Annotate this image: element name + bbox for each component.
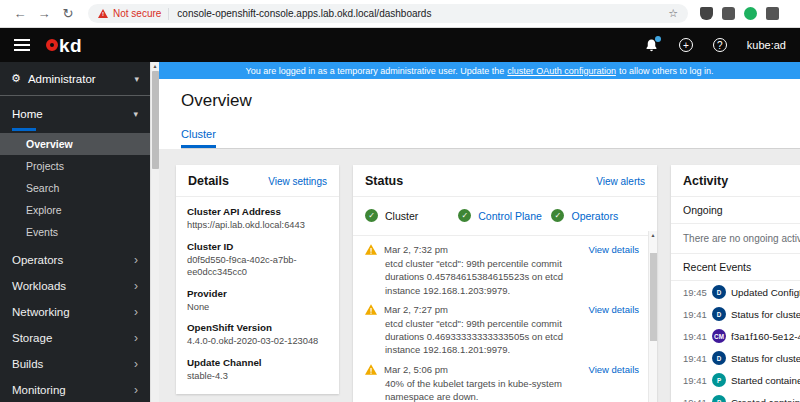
extension-icon-2[interactable] (766, 7, 779, 20)
okd-logo-o-icon (46, 39, 58, 51)
chevron-right-icon: › (134, 357, 138, 371)
extension-icons (700, 7, 779, 20)
detail-value: None (187, 301, 328, 314)
user-menu[interactable]: kube:ad (747, 39, 786, 51)
event-time: 19:41 (683, 397, 707, 402)
detail-term: Cluster API Address (187, 206, 328, 217)
section-label: Monitoring (12, 384, 66, 396)
sidebar-item-operators[interactable]: Operators› (0, 247, 150, 273)
health-item-control-plane[interactable]: ✓ Control Plane (458, 209, 551, 222)
cluster-oauth-configuration-link[interactable]: cluster OAuth configuration (507, 66, 616, 76)
success-check-icon: ✓ (551, 209, 564, 222)
health-label: Operators (571, 210, 618, 222)
event-time: 19:41 (683, 353, 707, 364)
browser-refresh-button[interactable]: ↻ (56, 6, 80, 21)
browser-forward-button[interactable]: → (32, 6, 56, 21)
browser-back-button[interactable]: ← (8, 6, 32, 21)
masthead: kd + ? kube:ad (0, 28, 800, 62)
event-row[interactable]: 19:41 D Status for cluster... › (671, 303, 800, 325)
alert-item: Mar 2, 5:06 pm View details 40% of the k… (353, 358, 657, 402)
resource-badge-configmap: CM (712, 329, 726, 343)
view-settings-link[interactable]: View settings (268, 176, 327, 187)
sidebar-item-networking[interactable]: Networking› (0, 299, 150, 325)
notifications-bell-icon[interactable] (644, 38, 659, 53)
warning-triangle-icon (365, 244, 377, 255)
detail-term: Cluster ID (187, 241, 328, 252)
alerts-scrollbar[interactable]: ▲ ▼ (648, 231, 657, 402)
section-label: Builds (12, 358, 43, 370)
perspective-label: Administrator (28, 73, 96, 85)
success-check-icon: ✓ (365, 209, 378, 222)
notification-dot (655, 36, 661, 42)
sidebar-item-search[interactable]: Search (0, 177, 150, 199)
event-time: 19:41 (683, 331, 707, 342)
sidebar-item-explore[interactable]: Explore (0, 199, 150, 221)
health-item-cluster[interactable]: ✓ Cluster (365, 209, 458, 222)
okd-logo[interactable]: kd (46, 36, 82, 55)
alert-message: 40% of the kubelet targets in kube-syste… (385, 377, 599, 402)
event-text: Updated ConfigM... (731, 287, 800, 298)
extension-green-icon[interactable] (744, 7, 757, 20)
alerts-list: Mar 2, 7:32 pm View details etcd cluster… (353, 236, 657, 402)
event-row[interactable]: 19:41 P Created container... › (671, 391, 800, 402)
section-label: Operators (12, 254, 63, 266)
active-section-indicator (12, 128, 36, 131)
scroll-up-arrow[interactable]: ▲ (649, 231, 657, 240)
health-label: Cluster (385, 210, 418, 222)
sidebar-item-home[interactable]: Home ▾ (0, 100, 150, 128)
not-secure-warning-icon: ! (98, 9, 108, 18)
chevron-down-icon: ▾ (134, 74, 139, 84)
perspective-switcher[interactable]: ⚙ Administrator ▾ (0, 62, 150, 96)
status-card: Status View alerts ✓ Cluster ✓ Control P… (353, 165, 657, 402)
help-button[interactable]: ? (713, 38, 727, 52)
sidebar-item-monitoring[interactable]: Monitoring› (0, 377, 150, 402)
view-details-link[interactable]: View details (588, 364, 639, 375)
scrollbar-thumb[interactable] (650, 253, 657, 341)
chevron-right-icon: › (134, 279, 138, 293)
event-text: Started container ... (731, 375, 800, 386)
scroll-up-arrow[interactable]: ▲ (151, 62, 159, 71)
menu-toggle-button[interactable] (14, 36, 30, 54)
sidebar-item-workloads[interactable]: Workloads› (0, 273, 150, 299)
activity-card-title: Activity (683, 174, 728, 188)
not-secure-label: Not secure (113, 8, 161, 19)
add-button[interactable]: + (679, 38, 693, 52)
details-card-title: Details (188, 174, 229, 188)
event-row[interactable]: 19:41 D Status for cluster... › (671, 347, 800, 369)
detail-value: stable-4.3 (187, 370, 328, 383)
section-label: Networking (12, 306, 70, 318)
address-bar[interactable]: ! Not secure console-openshift-console.a… (88, 4, 688, 23)
detail-value: https://api.lab.okd.local:6443 (187, 219, 328, 232)
tab-cluster[interactable]: Cluster (181, 128, 216, 148)
view-alerts-link[interactable]: View alerts (596, 176, 645, 187)
warning-triangle-icon (365, 364, 377, 375)
sidebar-item-projects[interactable]: Projects (0, 155, 150, 177)
scrollbar-thumb[interactable] (152, 71, 159, 169)
sidebar-item-events[interactable]: Events (0, 221, 150, 243)
event-text: Created container... (731, 397, 800, 402)
sidebar-home-label: Home (12, 108, 43, 120)
resource-badge-pod: P (712, 395, 726, 402)
view-details-link[interactable]: View details (588, 304, 639, 315)
page-header: Overview Cluster (159, 79, 800, 149)
sidebar-item-storage[interactable]: Storage› (0, 325, 150, 351)
detail-value: d0f5d550-f9ca-402c-a7bb-ee0dcc345cc0 (187, 254, 328, 279)
detail-term: Update Channel (187, 357, 328, 368)
resource-badge-deployment: D (712, 285, 726, 299)
alert-message: etcd cluster "etcd": 99th percentile com… (385, 257, 599, 297)
sidebar-item-overview[interactable]: Overview (0, 133, 150, 155)
view-details-link[interactable]: View details (588, 244, 639, 255)
extension-icon[interactable] (722, 7, 735, 20)
event-row[interactable]: 19:45 D Updated ConfigM... › (671, 281, 800, 303)
bookmark-star-icon[interactable]: ☆ (668, 7, 678, 20)
health-item-operators[interactable]: ✓ Operators (551, 209, 644, 222)
alert-item: Mar 2, 7:27 pm View details etcd cluster… (353, 298, 657, 358)
sidebar-item-builds[interactable]: Builds› (0, 351, 150, 377)
event-row[interactable]: 19:41 P Started container ... › (671, 369, 800, 391)
extension-shield-icon[interactable] (700, 7, 713, 20)
ongoing-empty-text: There are no ongoing activities. (671, 224, 800, 254)
page-scrollbar[interactable]: ▲ (150, 62, 159, 402)
event-text: Status for cluster... (731, 309, 800, 320)
event-text: Status for cluster... (731, 353, 800, 364)
event-row[interactable]: 19:41 CM f3a1f160-5e12-4... › (671, 325, 800, 347)
